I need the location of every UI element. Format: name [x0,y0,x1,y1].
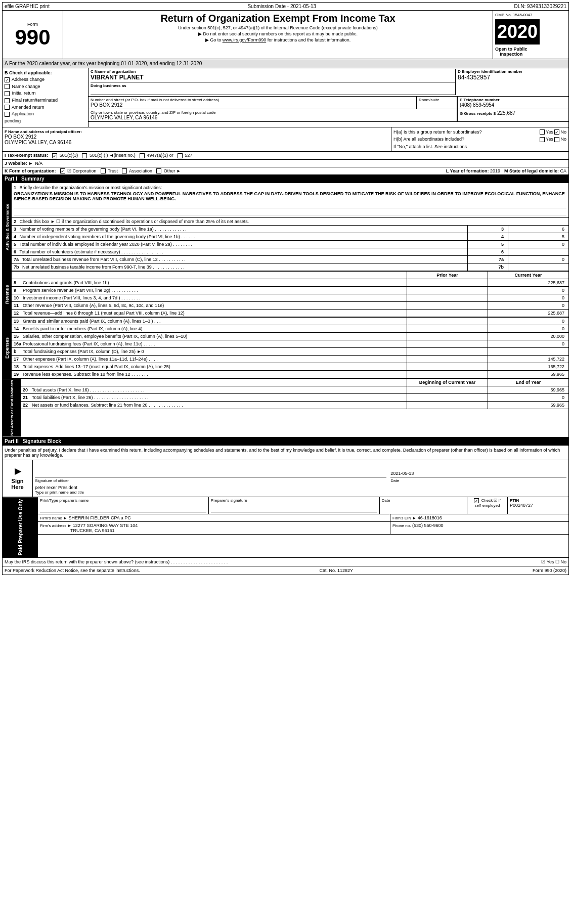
address-change-check[interactable]: Address change [5,77,86,82]
part1-label: Part I [5,176,17,182]
principal-address: PO BOX 2912 [5,134,389,140]
ha-no[interactable] [554,129,559,135]
line1-desc: Briefly describe the organization's miss… [20,185,162,190]
m-label: M State of legal domicile: [504,168,559,173]
corporation-checkbox[interactable] [60,168,65,173]
line4-row: 4 Number of independent voting members o… [12,233,568,241]
firm-address-field: Firm's address ► 12277 SOARING WAY STE 1… [38,522,390,534]
name-change-check[interactable]: Name change [5,84,86,90]
application-check[interactable]: Application [5,111,86,117]
ha-label: H(a) Is this a group return for subordin… [393,129,540,135]
sig-line[interactable] [35,462,386,477]
line4-num: 4 [14,234,16,239]
j-label: J Website: ► [5,161,33,166]
i-label: I Tax-exempt status: [5,153,48,158]
amended-return-check[interactable]: Amended return [5,105,86,110]
other-checkbox[interactable] [156,168,161,173]
ha-yes[interactable] [540,129,545,135]
line6-label-col: 6 [467,248,508,255]
m-section: M State of legal domicile: CA [504,168,566,173]
checkbox-501c3[interactable] [52,153,57,158]
line7b-value [508,263,568,271]
ein-value: 84-4352957 [458,74,566,81]
line14-current: 0 [488,325,568,332]
firm-name-value: SHERRIN FIELDER CPA a PC [68,515,130,520]
eoy-header: End of Year [488,379,568,386]
firm-phone-field: Phone no. (530) 550-9600 [390,522,568,534]
rev-header-spacer [12,272,407,279]
line14-num: 14 [12,325,21,332]
assoc-check: Association [122,168,152,174]
paid-content: Print/Type preparer's name Preparer's si… [38,497,568,557]
part2-header: Part II Signature Block [2,437,569,446]
firm-addr-label: Firm's address ► [40,523,71,528]
application-checkbox[interactable] [5,112,10,117]
line11-row: 11 Other revenue (Part VIII, column (A),… [12,302,568,310]
line20-desc: Total assets (Part X, line 16) . . . . .… [30,386,407,393]
line8-prior [407,279,488,286]
line13-num: 13 [12,318,21,325]
mission-text: ORGANIZATION'S MISSION IS TO HARNESS TEC… [14,191,566,201]
revenue-sidebar: Revenue [3,272,12,317]
activities-section: Activities & Governance 1 Briefly descri… [2,183,569,272]
line18-prior [407,363,488,370]
k-label: K Form of organization: [5,168,56,173]
amended-return-checkbox[interactable] [5,105,10,110]
final-return-check[interactable]: Final return/terminated [5,98,86,103]
initial-return-check[interactable]: Initial return [5,91,86,96]
line13-desc: Grants and similar amounts paid (Part IX… [21,318,407,325]
line8-desc: Contributions and grants (Part VIII, lin… [21,279,407,286]
ha-checkboxes: Yes No [540,129,566,135]
line9-row: 9 Program service revenue (Part VIII, li… [12,287,568,294]
assoc-checkbox[interactable] [122,168,127,173]
initial-return-checkbox[interactable] [5,91,10,96]
hb-row: H(b) Are all subordinates included? Yes … [393,137,566,142]
firm-ein-field: Firm's EIN ► 46-1618016 [390,514,568,521]
line21-num: 21 [21,394,30,401]
firm-name-label: Firm's name ► [40,516,67,520]
principal-left: F Name and address of principal officer:… [3,127,391,151]
trust-check: Trust [101,168,118,174]
line20-bcy [407,386,488,393]
line21-eoy: 0 [488,394,568,401]
trust-checkbox[interactable] [101,168,106,173]
prep-date-value[interactable] [382,503,465,513]
line17-current: 145,722 [488,356,568,363]
final-return-checkbox[interactable] [5,98,10,103]
prep-sig-value[interactable] [211,503,377,513]
sig-sublabel: Signature of officer [35,478,386,483]
hb-label: H(b) Are all subordinates included? [393,137,540,142]
line4-label-col: 4 [467,233,508,240]
tax-year-row: A For the 2020 calendar year, or tax yea… [2,59,569,68]
mission-row: 1 Briefly describe the organization's mi… [12,183,568,218]
line14-row: 14 Benefits paid to or for members (Part… [12,325,568,333]
street-section: Number and street (or P.O. box if mail i… [89,97,417,109]
page: efile GRAPHIC print Submission Date - 20… [0,0,571,577]
city-row: City or town, state or province, country… [89,109,568,122]
part1-header: Part I Summary [2,175,569,183]
netassets-content: Beginning of Current Year End of Year 20… [21,379,568,436]
status-527: 527 [178,153,193,158]
line16b-current [488,348,568,355]
name-change-checkbox[interactable] [5,84,10,89]
line7b-desc-cell: 7b Net unrelated business taxable income… [12,263,467,271]
checkbox-501c[interactable] [82,153,87,158]
hb-no[interactable] [554,137,559,142]
status-4947: 4947(a)(1) or [140,153,173,158]
address-change-checkbox[interactable] [5,77,10,82]
h-questions: H(a) Is this a group return for subordin… [391,127,568,151]
firm-name-field: Firm's name ► SHERRIN FIELDER CPA a PC [38,514,390,521]
print-name-value[interactable] [40,503,206,513]
org-name-row: C Name of organization VIBRANT PLANET Do… [89,68,568,97]
line1-label: 1 Briefly describe the organization's mi… [14,185,566,190]
checkbox-527[interactable] [178,153,183,158]
dln-number: DLN: 93493133029221 [514,4,566,9]
line15-current: 20,000 [488,333,568,340]
line22-desc: Net assets or fund balances. Subtract li… [30,402,407,409]
phone-value: (408) 859-5954 [460,102,566,108]
self-employed-checkbox[interactable] [474,498,479,503]
hb-yes[interactable] [540,137,545,142]
checkbox-4947[interactable] [140,153,145,158]
line19-prior [407,371,488,378]
efile-label: efile GRAPHIC print [5,4,50,9]
